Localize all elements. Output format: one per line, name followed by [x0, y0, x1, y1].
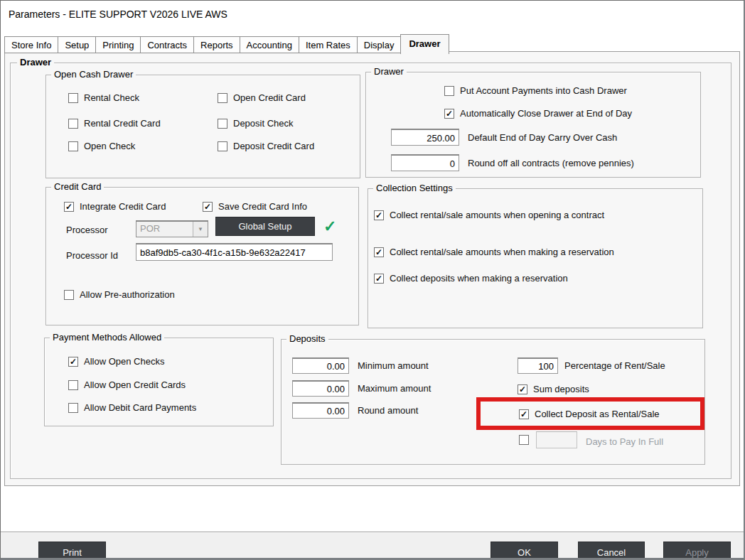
checkbox-allow-preauthorization[interactable]: Allow Pre-authorization	[64, 289, 175, 300]
checkbox-allow-open-checks[interactable]: ✓ Allow Open Checks	[68, 356, 164, 367]
checkbox-label: Open Credit Card	[233, 92, 306, 103]
checkbox-icon[interactable]	[64, 290, 74, 300]
credit-card-group: Credit Card ✓ Integrate Credit Card ✓ Sa…	[45, 187, 359, 325]
processor-select[interactable]: POR ▼	[136, 220, 208, 237]
checkbox-save-credit-card-info[interactable]: ✓ Save Credit Card Info	[203, 201, 307, 212]
round-off-label: Round off all contracts (remove pennies)	[468, 158, 634, 168]
checkbox-label: Save Credit Card Info	[218, 201, 307, 212]
checkbox-collect-opening-contract[interactable]: ✓ Collect rental/sale amounts when openi…	[374, 210, 604, 220]
checkbox-auto-close-drawer[interactable]: ✓ Automatically Close Drawer at End of D…	[444, 108, 632, 119]
payment-methods-title: Payment Methods Allowed	[50, 332, 164, 343]
checkbox-integrate-credit-card[interactable]: ✓ Integrate Credit Card	[64, 201, 166, 212]
checkbox-label: Allow Pre-authorization	[80, 289, 175, 300]
checkbox-label: Rental Check	[84, 92, 139, 103]
days-to-pay-input[interactable]	[536, 431, 577, 448]
tab-item-rates[interactable]: Item Rates	[299, 36, 358, 53]
processor-selected-value: POR	[136, 222, 193, 237]
checkbox-put-account-payments[interactable]: Put Account Payments into Cash Drawer	[444, 85, 627, 96]
checkbox-label: Integrate Credit Card	[80, 201, 166, 212]
checkbox-icon[interactable]	[68, 93, 78, 103]
drawer-group: Drawer Put Account Payments into Cash Dr…	[365, 72, 701, 178]
checkbox-open-check[interactable]: Open Check	[68, 141, 135, 151]
minimum-amount-input[interactable]	[292, 357, 349, 374]
maximum-amount-input[interactable]	[292, 380, 349, 397]
checkbox-days-to-pay-in-full[interactable]	[519, 435, 529, 445]
checkbox-icon[interactable]: ✓	[374, 210, 384, 220]
checkbox-label: Sum deposits	[533, 384, 589, 394]
checkbox-deposit-credit-card[interactable]: Deposit Credit Card	[218, 141, 314, 151]
checkbox-icon[interactable]	[68, 403, 78, 413]
open-cash-drawer-title: Open Cash Drawer	[51, 69, 136, 80]
checkbox-icon[interactable]	[218, 119, 227, 129]
print-button[interactable]: Print	[38, 542, 106, 560]
tab-printing[interactable]: Printing	[95, 36, 141, 53]
round-off-input[interactable]	[391, 154, 459, 171]
checkbox-sum-deposits[interactable]: ✓ Sum deposits	[518, 384, 589, 394]
green-check-icon: ✓	[323, 219, 336, 235]
percentage-input[interactable]	[518, 357, 558, 374]
checkbox-icon[interactable]: ✓	[374, 247, 384, 257]
maximum-amount-label: Maximum amount	[358, 383, 431, 394]
open-cash-drawer-group: Open Cash Drawer Rental Check Rental Cre…	[45, 75, 360, 178]
checkbox-collect-making-reservation[interactable]: ✓ Collect rental/sale amounts when makin…	[374, 247, 614, 257]
checkbox-label: Deposit Credit Card	[233, 141, 314, 151]
chevron-down-icon[interactable]: ▼	[193, 222, 208, 237]
drawer-tab-page: Drawer Open Cash Drawer Rental Check Ren…	[4, 51, 740, 486]
checkbox-deposit-check[interactable]: Deposit Check	[218, 118, 294, 129]
cancel-button[interactable]: Cancel	[578, 542, 645, 560]
checkbox-rental-credit-card[interactable]: Rental Credit Card	[68, 118, 161, 129]
processor-label: Processor	[66, 225, 108, 235]
processor-id-input[interactable]	[136, 243, 333, 261]
checkbox-label: Collect rental/sale amounts when making …	[390, 247, 614, 257]
checkbox-icon[interactable]: ✓	[68, 357, 78, 367]
checkbox-label: Deposit Check	[233, 118, 294, 129]
days-to-pay-label: Days to Pay In Full	[586, 436, 663, 447]
tab-reports[interactable]: Reports	[193, 36, 240, 53]
checkbox-icon[interactable]: ✓	[203, 202, 213, 212]
checkbox-collect-deposits-reservation[interactable]: ✓ Collect deposits when making a reserva…	[374, 273, 568, 284]
carry-over-cash-label: Default End of Day Carry Over Cash	[468, 132, 617, 143]
collection-settings-title: Collection Settings	[373, 183, 456, 193]
checkbox-icon[interactable]	[444, 86, 454, 96]
processor-id-label: Processor Id	[66, 250, 118, 261]
carry-over-cash-input[interactable]	[391, 129, 459, 146]
tab-accounting[interactable]: Accounting	[240, 36, 299, 53]
round-amount-label: Round amount	[358, 405, 418, 416]
round-amount-input[interactable]	[292, 402, 349, 419]
drawer-group-title: Drawer	[371, 66, 407, 77]
tab-contracts[interactable]: Contracts	[140, 36, 194, 53]
drawer-section-title: Drawer	[17, 57, 54, 68]
checkbox-icon[interactable]	[519, 435, 529, 445]
checkbox-label: Open Check	[84, 141, 135, 151]
tab-setup[interactable]: Setup	[58, 36, 96, 53]
checkbox-icon[interactable]: ✓	[64, 202, 74, 212]
checkbox-rental-check[interactable]: Rental Check	[68, 92, 139, 103]
checkbox-label: Collect rental/sale amounts when opening…	[390, 210, 604, 220]
payment-methods-group: Payment Methods Allowed ✓ Allow Open Che…	[44, 338, 274, 426]
checkbox-label: Allow Open Checks	[84, 356, 164, 367]
minimum-amount-label: Minimum amount	[358, 360, 429, 371]
checkbox-allow-open-credit-cards[interactable]: Allow Open Credit Cards	[68, 379, 186, 390]
checkbox-icon[interactable]: ✓	[519, 409, 529, 419]
tab-display[interactable]: Display	[357, 36, 402, 53]
checkbox-label: Rental Credit Card	[84, 118, 161, 129]
ok-button[interactable]: OK	[491, 542, 558, 560]
checkbox-collect-deposit-as-rental-sale[interactable]: ✓ Collect Deposit as Rental/Sale	[519, 409, 660, 419]
checkbox-label: Put Account Payments into Cash Drawer	[460, 85, 627, 96]
checkbox-icon[interactable]	[68, 141, 78, 151]
apply-button[interactable]: Apply	[663, 542, 731, 560]
checkbox-icon[interactable]	[68, 380, 78, 390]
checkbox-icon[interactable]: ✓	[374, 274, 384, 284]
tab-drawer[interactable]: Drawer	[400, 34, 449, 54]
tab-store-info[interactable]: Store Info	[4, 36, 58, 53]
checkbox-allow-debit-card-payments[interactable]: Allow Debit Card Payments	[68, 402, 196, 413]
checkbox-icon[interactable]	[218, 141, 227, 151]
checkbox-icon[interactable]	[218, 93, 227, 103]
checkbox-icon[interactable]: ✓	[444, 109, 454, 119]
checkbox-icon[interactable]: ✓	[518, 384, 527, 394]
percentage-label: Percentage of Rent/Sale	[564, 360, 665, 371]
tab-bar: Store Info Setup Printing Contracts Repo…	[4, 34, 449, 53]
global-setup-button[interactable]: Global Setup	[215, 217, 315, 236]
checkbox-open-credit-card[interactable]: Open Credit Card	[218, 92, 306, 103]
checkbox-icon[interactable]	[68, 119, 78, 129]
